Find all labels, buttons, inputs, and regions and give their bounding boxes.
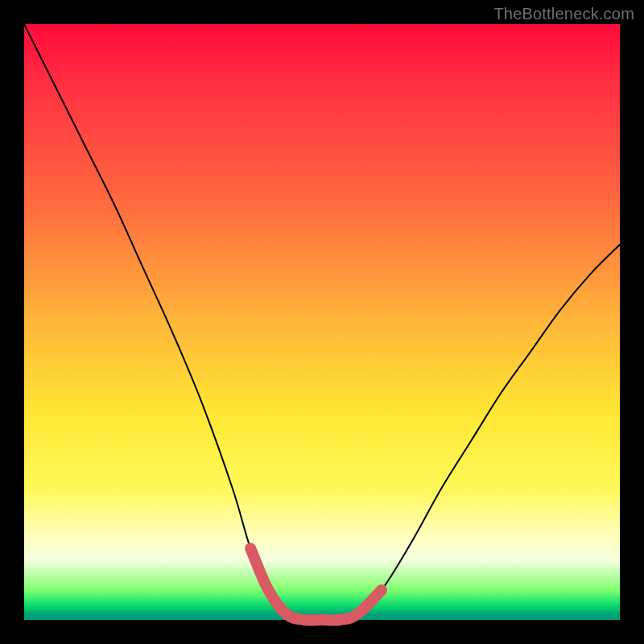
bottleneck-curve-path	[24, 24, 620, 621]
chart-frame: TheBottleneck.com	[0, 0, 644, 644]
watermark-text: TheBottleneck.com	[493, 5, 634, 23]
curve-svg	[24, 24, 620, 620]
plot-area	[24, 24, 620, 620]
sweet-spot-highlight-path	[250, 548, 382, 620]
